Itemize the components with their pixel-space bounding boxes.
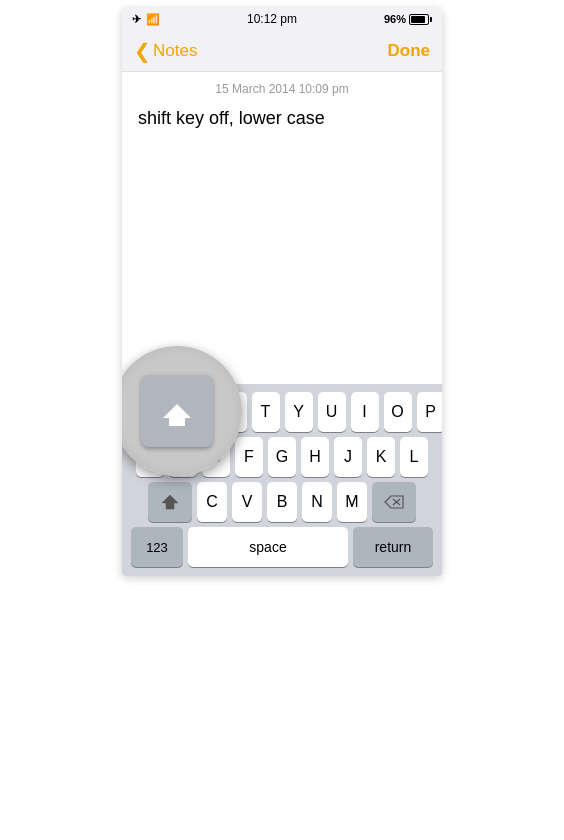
key-l[interactable]: L [400, 437, 428, 477]
battery-percent: 96% [384, 13, 406, 25]
key-u[interactable]: U [318, 392, 346, 432]
note-text[interactable]: shift key off, lower case [138, 106, 426, 131]
svg-marker-0 [162, 495, 178, 509]
space-key[interactable]: space [188, 527, 348, 567]
wifi-icon: 📶 [146, 13, 160, 26]
note-content[interactable]: 15 March 2014 10:09 pm shift key off, lo… [122, 72, 442, 384]
key-b[interactable]: B [267, 482, 297, 522]
phone-frame: ✈ 📶 10:12 pm 96% ❮ Notes Done 15 March 2… [122, 8, 442, 576]
key-g[interactable]: G [268, 437, 296, 477]
back-label: Notes [153, 41, 197, 61]
shift-popup-key [141, 375, 213, 447]
key-k[interactable]: K [367, 437, 395, 477]
nav-bar: ❮ Notes Done [122, 30, 442, 72]
key-o[interactable]: O [384, 392, 412, 432]
key-y[interactable]: Y [285, 392, 313, 432]
airplane-icon: ✈ [132, 13, 141, 26]
return-key[interactable]: return [353, 527, 433, 567]
keyboard-row-3: C V B N M [126, 482, 438, 522]
keyboard-row-4: 123 space return [126, 527, 438, 567]
status-right: 96% [384, 13, 432, 25]
keyboard: Q W E R T Y U I O P A S D F G H J K L [122, 384, 442, 576]
status-bar: ✈ 📶 10:12 pm 96% [122, 8, 442, 30]
status-time: 10:12 pm [247, 12, 297, 26]
key-j[interactable]: J [334, 437, 362, 477]
delete-key[interactable] [372, 482, 416, 522]
back-chevron-icon: ❮ [134, 41, 151, 61]
key-f[interactable]: F [235, 437, 263, 477]
key-c[interactable]: C [197, 482, 227, 522]
status-left: ✈ 📶 [132, 13, 160, 26]
key-123[interactable]: 123 [131, 527, 183, 567]
done-button[interactable]: Done [388, 41, 431, 61]
key-m[interactable]: M [337, 482, 367, 522]
back-button[interactable]: ❮ Notes [134, 41, 197, 61]
note-timestamp: 15 March 2014 10:09 pm [138, 82, 426, 96]
key-i[interactable]: I [351, 392, 379, 432]
battery-icon [409, 14, 432, 25]
key-p[interactable]: P [417, 392, 443, 432]
key-h[interactable]: H [301, 437, 329, 477]
shift-key[interactable] [148, 482, 192, 522]
key-n[interactable]: N [302, 482, 332, 522]
key-v[interactable]: V [232, 482, 262, 522]
key-t[interactable]: T [252, 392, 280, 432]
